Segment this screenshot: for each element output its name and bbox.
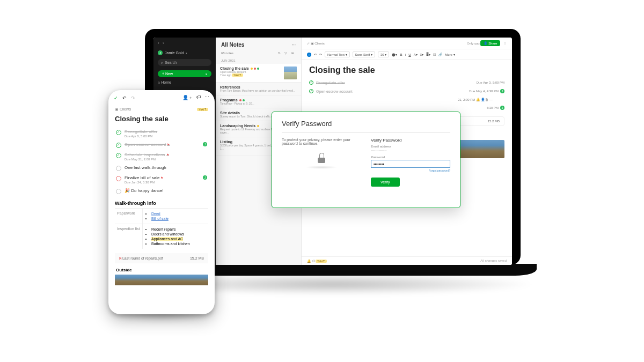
link[interactable]: Bill of sale — [151, 217, 169, 220]
assignee-tag[interactable]: Yuki T. — [197, 108, 208, 111]
task-due: 5:30 PM — [487, 106, 499, 109]
note-list-item[interactable]: Programs Tomorrow - Pickup at 9, 20... — [216, 95, 301, 108]
breadcrumb-label: Clients — [314, 42, 324, 45]
task-checkbox[interactable] — [309, 80, 313, 85]
note-title-input[interactable]: Closing the sale — [302, 60, 512, 78]
password-input[interactable] — [371, 160, 450, 168]
new-note-button[interactable]: + New ▾ — [158, 70, 211, 77]
task-row[interactable]: Open escrow account Due May 4, 4:30 PMJ — [302, 87, 512, 95]
share-label: Share — [488, 42, 497, 45]
task-due: 21, 2:00 PM — [458, 98, 475, 101]
more-formatting[interactable]: More ▾ — [445, 53, 455, 56]
task-checkbox[interactable] — [116, 166, 121, 171]
breadcrumb[interactable]: ⤢ ▣ Clients — [307, 41, 325, 45]
new-label: New — [165, 72, 173, 76]
chevron-down-icon: ▾ — [186, 51, 187, 55]
task-due: Due May 21, 2:00 PM — [125, 158, 169, 161]
bell-icon[interactable]: 🔔 — [307, 260, 311, 263]
task-checkbox[interactable] — [116, 153, 121, 158]
forgot-password-link[interactable]: Forgot password? — [371, 169, 450, 172]
nav-history[interactable]: ‹ › — [153, 38, 216, 49]
task-row[interactable]: One last walk-through — [108, 163, 215, 173]
task-row[interactable]: 21, 2:00 PM 🔔 👤 🗑 ⋯ — [302, 95, 512, 104]
task-checkbox[interactable] — [116, 143, 121, 148]
tag-icon[interactable]: 🏷 — [312, 260, 315, 263]
check-icon[interactable]: ✓ — [114, 95, 118, 101]
search-input[interactable]: ⌕ Search — [158, 59, 211, 66]
verify-button[interactable]: Verify — [371, 178, 400, 187]
bell-icon[interactable]: 🔔 — [476, 98, 480, 101]
more-icon[interactable]: ⋯ — [489, 98, 493, 101]
task-row[interactable]: 5:30 PMJ — [302, 104, 512, 112]
redo-icon[interactable]: ↷ — [131, 95, 135, 101]
section-heading: Walk-through info — [108, 196, 215, 208]
underline-icon[interactable]: U — [408, 53, 411, 56]
footer-tag[interactable]: Yuki T. — [316, 260, 327, 263]
checklist-icon[interactable]: ☑ — [433, 53, 436, 56]
person-icon[interactable]: 👤 — [481, 98, 485, 101]
row-label: Paperwork — [115, 209, 143, 224]
list-controls[interactable]: ⇅ ▽ ⊞ — [278, 51, 296, 55]
more-icon[interactable]: ⋯ — [292, 43, 296, 47]
task-row[interactable]: Renegotiate offer Due Apr 3, 5:00 PM — [302, 78, 512, 87]
modal-title: Verify Password — [282, 120, 450, 128]
editor-footer: 🔔 🏷 Yuki T. All changes saved — [302, 256, 512, 265]
undo-icon[interactable]: ↶ — [122, 95, 127, 101]
italic-icon[interactable]: I — [405, 53, 406, 56]
note-title[interactable]: Closing the sale — [108, 113, 215, 127]
more-icon[interactable]: ⋮ — [503, 42, 507, 45]
task-row[interactable]: Schedule inspections⚑Due May 21, 2:00 PM — [108, 150, 215, 163]
font-size-select[interactable]: 30 ▾ — [378, 51, 389, 57]
undo-icon[interactable]: ↶ — [314, 53, 317, 56]
account-switcher[interactable]: J Jamie Gold ▾ — [153, 49, 216, 57]
note-list-item[interactable]: Closing the sale Open escrow account 7 m… — [216, 64, 301, 83]
sidebar-item-home[interactable]: ⌂ Home — [153, 79, 216, 85]
info-table-row: Paperwork Deed Bill of sale — [115, 208, 208, 224]
task-checkbox[interactable] — [116, 130, 121, 135]
task-checkbox[interactable] — [116, 189, 121, 194]
trash-icon[interactable]: 🗑 — [485, 98, 488, 101]
font-select[interactable]: Sans Serif ▾ — [353, 51, 375, 57]
verify-password-modal: Verify Password To protect your privacy,… — [272, 112, 460, 208]
flag-icon: ⚑ — [160, 176, 163, 180]
task-text: Renegotiate offer — [125, 129, 157, 134]
more-icon[interactable]: ⋯ — [204, 94, 209, 101]
paragraph-style-select[interactable]: Normal Text ▾ — [325, 51, 350, 57]
tag-icon[interactable]: 🏷 — [196, 94, 201, 101]
attachment-name: Last round of repairs.pdf — [122, 256, 163, 260]
link-icon[interactable]: 🔗 — [438, 53, 442, 56]
attachment-card[interactable]: ⎘ Last round of repairs.pdf 15.2 MB — [115, 253, 208, 263]
note-title: Closing the sale — [220, 67, 249, 70]
task-text: 🎉 Do happy dance! — [125, 188, 164, 193]
task-row[interactable]: Open escrow account⚑ J — [108, 140, 215, 150]
note-date: 7 mo ago — [220, 73, 231, 77]
breadcrumb[interactable]: ▣ Clients — [115, 107, 131, 112]
chevron-down-icon: ▾ — [206, 72, 207, 76]
note-count: 68 notes — [221, 51, 233, 55]
link[interactable]: Deed — [151, 212, 160, 216]
user-avatar: J — [158, 50, 163, 55]
task-checkbox[interactable] — [309, 89, 313, 93]
info-table-row: Inspection list Recent repairs Doors and… — [115, 224, 208, 249]
text-color-icon[interactable]: ⬤▾ — [392, 53, 397, 56]
bold-icon[interactable]: B — [400, 53, 402, 56]
add-person-icon[interactable]: 👤﹢ — [182, 94, 193, 101]
share-button[interactable]: 👤Share — [480, 40, 500, 46]
numbered-list-icon[interactable]: ≣▾ — [426, 53, 430, 56]
task-row[interactable]: 🎉 Do happy dance! — [108, 186, 215, 196]
note-list-title: All Notes — [221, 42, 244, 48]
bullet-list-icon[interactable]: ≡▾ — [420, 53, 424, 56]
inline-image[interactable] — [115, 275, 208, 285]
task-row[interactable]: Finalize bill of sale⚑Due Jun 24, 5:30 P… — [108, 173, 215, 186]
insert-button[interactable]: + — [307, 53, 311, 57]
note-list-item[interactable]: References From Tom Banks: Must have an … — [216, 83, 301, 95]
task-checkbox[interactable] — [116, 176, 121, 181]
task-text: Schedule inspections — [125, 152, 165, 157]
note-snippet: From Tom Banks: Must have an opinion on … — [220, 89, 297, 92]
highlight-icon[interactable]: A▾ — [414, 53, 418, 56]
task-due: Due Apr 3, 5:00 PM — [477, 81, 504, 84]
task-row[interactable]: Renegotiate offerDue Apr 3, 5:00 PM — [108, 127, 215, 140]
redo-icon[interactable]: ↷ — [319, 53, 322, 56]
list-item: Appliances and AC — [151, 237, 183, 241]
save-status: All changes saved — [480, 259, 507, 263]
